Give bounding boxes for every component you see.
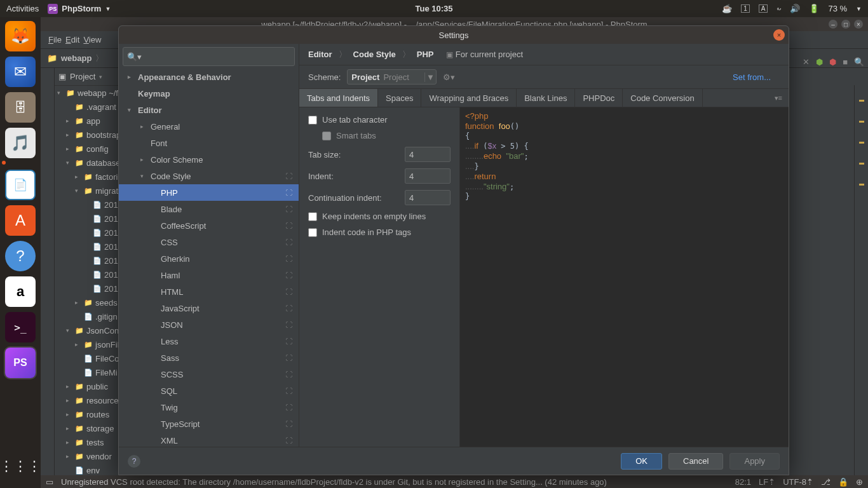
set-from-link[interactable]: Set from... bbox=[733, 72, 780, 82]
tab-size-input[interactable] bbox=[405, 147, 451, 162]
crumb-root[interactable]: webapp bbox=[61, 53, 92, 63]
close-window-icon[interactable]: × bbox=[854, 20, 863, 29]
rhythmbox-icon[interactable]: 🎵 bbox=[5, 128, 36, 158]
keep-empty-checkbox[interactable]: Keep indents on empty lines bbox=[308, 212, 451, 221]
cont-indent-input[interactable] bbox=[405, 190, 451, 205]
settings-category[interactable]: SCSS⛶ bbox=[119, 366, 299, 383]
crumb-codestyle[interactable]: Code Style bbox=[353, 50, 396, 59]
apply-button[interactable]: Apply bbox=[729, 453, 780, 470]
settings-category[interactable]: Keymap bbox=[119, 85, 299, 102]
settings-category[interactable]: Font bbox=[119, 135, 299, 151]
thunderbird-icon[interactable]: ✉ bbox=[5, 57, 36, 87]
settings-category[interactable]: Sass⛶ bbox=[119, 349, 299, 366]
line-sep[interactable]: LF⇡ bbox=[759, 477, 775, 487]
settings-category[interactable]: Haml⛶ bbox=[119, 267, 299, 283]
tab-wrapping-and-braces[interactable]: Wrapping and Braces bbox=[421, 89, 517, 107]
settings-category[interactable]: Blade⛶ bbox=[119, 201, 299, 217]
indicator-1-icon[interactable]: 1 bbox=[741, 4, 750, 13]
settings-category[interactable]: ▾Code Style⛶ bbox=[119, 168, 299, 184]
coffee-icon[interactable]: ☕ bbox=[722, 4, 732, 13]
ok-button[interactable]: OK bbox=[621, 453, 662, 470]
caret-pos[interactable]: 82:1 bbox=[735, 477, 751, 487]
settings-category[interactable]: Twig⛶ bbox=[119, 399, 299, 416]
tab-code-conversion[interactable]: Code Conversion bbox=[623, 89, 702, 107]
system-menu-icon[interactable]: ▼ bbox=[856, 6, 862, 12]
activities-button[interactable]: Activities bbox=[6, 4, 39, 13]
search-icon[interactable]: 🔍 bbox=[854, 57, 864, 67]
scheme-row: Scheme: Project Project ▼ ⚙▾ Set from... bbox=[299, 65, 789, 88]
settings-search[interactable]: 🔍▾ bbox=[123, 47, 295, 66]
help-icon[interactable]: ? bbox=[5, 241, 36, 271]
menu-edit[interactable]: Edit bbox=[65, 35, 79, 44]
tool-icon[interactable]: ■ bbox=[843, 57, 848, 67]
settings-category[interactable]: CSS⛶ bbox=[119, 234, 299, 250]
smart-tabs-checkbox[interactable]: Smart tabs bbox=[308, 131, 451, 140]
app-indicator[interactable]: PS PhpStorm▼ bbox=[48, 4, 111, 14]
settings-category[interactable]: XML⛶ bbox=[119, 432, 299, 447]
event-icon[interactable]: ▭ bbox=[46, 477, 53, 487]
settings-category[interactable]: TypeScript⛶ bbox=[119, 416, 299, 432]
minimize-icon[interactable]: – bbox=[829, 20, 837, 29]
lock-icon[interactable]: 🔒 bbox=[838, 477, 848, 487]
close-icon[interactable]: × bbox=[773, 29, 785, 41]
settings-tree[interactable]: ▸Appearance & BehaviorKeymap▾Editor▸Gene… bbox=[119, 69, 299, 447]
maximize-icon[interactable]: □ bbox=[841, 20, 850, 29]
indent-input[interactable] bbox=[405, 168, 451, 184]
settings-category[interactable]: ▸Color Scheme bbox=[119, 151, 299, 168]
use-tab-checkbox[interactable]: Use tab character bbox=[308, 115, 451, 125]
wifi-icon[interactable]: ⧜ bbox=[776, 4, 781, 13]
settings-category[interactable]: CoffeeScript⛶ bbox=[119, 217, 299, 234]
tool-icon[interactable]: ⬢ bbox=[829, 57, 836, 67]
ide-status-bar: ▭ Unregistered VCS root detected: The di… bbox=[41, 475, 868, 488]
gear-icon[interactable]: ⚙▾ bbox=[443, 72, 455, 82]
phpstorm-icon: PS bbox=[48, 4, 58, 14]
running-indicator bbox=[2, 161, 6, 165]
tab-blank-lines[interactable]: Blank Lines bbox=[517, 89, 575, 107]
settings-category[interactable]: ▸General bbox=[119, 118, 299, 135]
settings-category[interactable]: HTML⛶ bbox=[119, 283, 299, 300]
indent-php-checkbox[interactable]: Indent code in PHP tags bbox=[308, 227, 451, 237]
status-message[interactable]: Unregistered VCS root detected: The dire… bbox=[61, 477, 607, 487]
battery-icon[interactable]: 🔋 bbox=[809, 4, 819, 13]
menu-view[interactable]: View bbox=[83, 35, 101, 44]
tool-icon[interactable]: ⬢ bbox=[816, 57, 823, 67]
settings-category[interactable]: Gherkin⛶ bbox=[119, 250, 299, 267]
ubuntu-software-icon[interactable]: A bbox=[5, 205, 36, 236]
ide-toolbar-right: ✕ ⬢ ⬢ ■ 🔍 bbox=[803, 57, 864, 67]
hector-icon[interactable]: ⊕ bbox=[856, 477, 863, 487]
tab-tabs-and-indents[interactable]: Tabs and Indents bbox=[299, 89, 378, 107]
settings-category[interactable]: PHP⛶ bbox=[119, 184, 299, 201]
cancel-button[interactable]: Cancel bbox=[668, 453, 723, 470]
clock[interactable]: Tue 10:35 bbox=[415, 4, 452, 13]
settings-category[interactable]: ▸Appearance & Behavior bbox=[119, 69, 299, 85]
crumb-editor[interactable]: Editor bbox=[308, 50, 332, 59]
volume-icon[interactable]: 🔊 bbox=[790, 4, 800, 13]
files-icon[interactable]: 🗄 bbox=[5, 92, 36, 123]
help-icon[interactable]: ? bbox=[128, 455, 140, 468]
settings-category[interactable]: ▾Editor bbox=[119, 102, 299, 118]
git-branch-icon[interactable]: ⎇ bbox=[821, 477, 831, 487]
tool-icon[interactable]: ✕ bbox=[803, 57, 810, 67]
amazon-icon[interactable]: a bbox=[5, 276, 36, 307]
settings-category[interactable]: Less⛶ bbox=[119, 333, 299, 349]
dock: 🦊 ✉ 🗄 🎵 📄 A ? a >_ PS ⋮⋮⋮ bbox=[0, 17, 41, 488]
terminal-icon[interactable]: >_ bbox=[5, 312, 36, 342]
menu-file[interactable]: File bbox=[48, 35, 62, 44]
firefox-icon[interactable]: 🦊 bbox=[5, 21, 36, 51]
phpstorm-launcher-icon[interactable]: PS bbox=[5, 348, 36, 378]
settings-main: Editor 〉 Code Style 〉 PHP ▣ For current … bbox=[299, 44, 789, 447]
show-apps-icon[interactable]: ⋮⋮⋮ bbox=[5, 451, 36, 482]
encoding[interactable]: UTF-8⇡ bbox=[783, 477, 813, 487]
chevron-down-icon: ▼ bbox=[424, 72, 436, 82]
libreoffice-writer-icon[interactable]: 📄 bbox=[5, 170, 36, 200]
tabs-overflow-icon[interactable]: ▾≡ bbox=[768, 89, 789, 107]
indicator-a-icon[interactable]: A bbox=[759, 4, 768, 13]
settings-category[interactable]: JavaScript⛶ bbox=[119, 300, 299, 316]
tool-stripe-left[interactable] bbox=[41, 68, 55, 475]
tab-phpdoc[interactable]: PHPDoc bbox=[575, 89, 623, 107]
settings-category[interactable]: JSON⛶ bbox=[119, 316, 299, 333]
settings-category[interactable]: SQL⛶ bbox=[119, 383, 299, 399]
tab-spaces[interactable]: Spaces bbox=[378, 89, 421, 107]
scheme-select[interactable]: Project Project ▼ bbox=[347, 69, 437, 85]
settings-sidebar: 🔍▾ ▸Appearance & BehaviorKeymap▾Editor▸G… bbox=[119, 44, 299, 447]
